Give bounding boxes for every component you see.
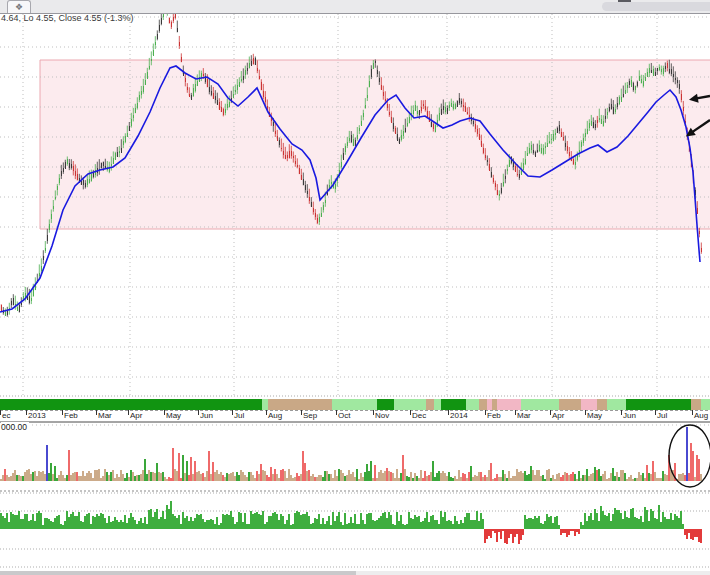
axis-tick-label: Apr	[552, 411, 564, 420]
axis-tick-label: Aug	[268, 411, 282, 420]
axis-tick-label: Nov	[375, 411, 389, 420]
momentum-panel[interactable]	[0, 493, 710, 567]
axis-tick-label: Jul	[657, 411, 667, 420]
axis-tick-label: May	[166, 411, 181, 420]
window-tab-bar: ❖	[0, 0, 710, 14]
axis-tick-label: 2014	[450, 411, 468, 420]
axis-tick-label: Feb	[64, 411, 78, 420]
axis-tick-label: Oct	[338, 411, 350, 420]
chart-tab[interactable]: ❖	[7, 0, 31, 13]
axis-tick-label: May	[587, 411, 602, 420]
chart-application-window: ❖ 4.64, Lo 4.55, Close 4.55 (-1.3%) 000.…	[0, 0, 710, 575]
tabbar-scroll-thumb[interactable]	[602, 2, 710, 11]
axis-tick-label: Dec	[412, 411, 426, 420]
highlight-region	[40, 60, 710, 229]
axis-tick-label: Mar	[98, 411, 112, 420]
ohlc-readout: 4.64, Lo 4.55, Close 4.55 (-1.3%)	[1, 13, 134, 23]
axis-tick-label: Jun	[623, 411, 636, 420]
axis-tick-label: Mar	[517, 411, 531, 420]
volume-panel[interactable]	[0, 425, 710, 491]
axis-tick-label: Apr	[130, 411, 142, 420]
axis-tick-label: Aug	[694, 411, 708, 420]
chart-canvas[interactable]	[0, 0, 710, 575]
axis-tick-label: Jun	[200, 411, 213, 420]
axis-tick-label: 2013	[28, 411, 46, 420]
sentiment-ribbon	[0, 399, 710, 411]
tabbar-position-mark	[618, 0, 631, 2]
axis-tick-label: ec	[2, 411, 10, 420]
compass-icon: ❖	[15, 2, 23, 12]
axis-tick-label: Sep	[303, 411, 317, 420]
volume-axis-label: 000.00	[1, 422, 29, 432]
axis-tick-label: Feb	[487, 411, 501, 420]
bottom-scrollbar[interactable]	[0, 571, 710, 575]
axis-tick-label: Jul	[234, 411, 244, 420]
